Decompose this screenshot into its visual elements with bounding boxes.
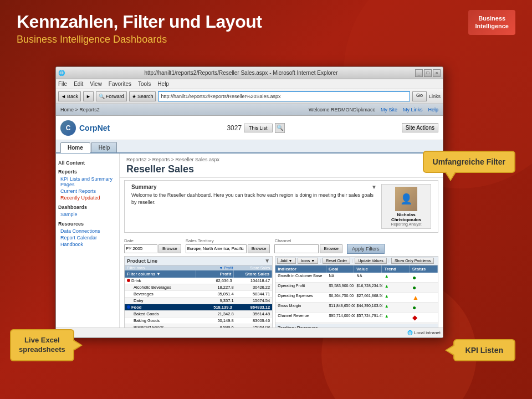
analyst-photo: 👤 xyxy=(395,187,417,211)
sidebar-report-calendar[interactable]: Report Calendar xyxy=(58,234,117,241)
title-area: Kennzahlen, Filter und Layout Business I… xyxy=(17,12,262,45)
territory-toolbar: Add ▼ Icons ▼ | Reset Order | Update Val… xyxy=(275,257,438,265)
territory-filter-input[interactable] xyxy=(186,244,247,253)
bi-badge-line1: Business xyxy=(475,14,509,22)
territory-col-headers: Indicator Goal Value Trend Status xyxy=(275,265,438,273)
product-table-expand[interactable]: ▼ xyxy=(264,258,270,264)
status-red: ◆ xyxy=(412,314,417,321)
territory-filter-label: Sales Territory xyxy=(186,238,270,243)
search-number: 3027 xyxy=(227,124,242,132)
add-button[interactable]: Add ▼ xyxy=(277,258,295,264)
date-filter-group: Date Browse xyxy=(124,238,181,253)
go-button[interactable]: Go xyxy=(412,91,427,101)
breadcrumb: Reports2 > Reports > Reseller Sales.aspx xyxy=(126,157,436,162)
status-green: ● xyxy=(412,304,416,311)
intranet-icon: 🌐 xyxy=(407,330,413,335)
back-button[interactable]: ◄ Back xyxy=(58,91,81,101)
links-button[interactable]: Links xyxy=(429,94,441,99)
channel-filter-group: Channel Browse xyxy=(274,238,342,253)
this-list-button[interactable]: This List xyxy=(244,124,273,132)
table-row: Beverages 35,051.4 58344.71 xyxy=(125,291,272,298)
status-orange: ▲ xyxy=(412,294,419,301)
product-table-title: Product Line xyxy=(127,258,262,264)
window-controls[interactable]: _ □ × xyxy=(415,69,441,77)
territory-table: Add ▼ Icons ▼ | Reset Order | Update Val… xyxy=(275,256,438,337)
menu-edit[interactable]: Edit xyxy=(74,81,83,87)
minimize-button[interactable]: _ xyxy=(415,69,423,77)
search-btn[interactable]: 🔍 Forward xyxy=(96,91,127,101)
sidebar-sample[interactable]: Sample xyxy=(58,211,117,218)
table-row: Baking Goods 50,149.8 83609.46 xyxy=(125,318,272,324)
filter-profit-btn[interactable]: ▼ Profit xyxy=(198,266,233,270)
analyst-name: Nicholas Christopoulos xyxy=(384,212,428,222)
col-store-sales-header: Store Sales xyxy=(234,270,272,278)
sidebar-all-content: All Content xyxy=(58,160,117,166)
table-row: Dairy 9,357.1 15674.54 xyxy=(125,298,272,304)
channel-filter-input[interactable] xyxy=(274,244,319,253)
date-filter-input[interactable] xyxy=(124,244,157,253)
t-col-goal: Goal xyxy=(326,265,354,273)
sidebar-current-reports[interactable]: Current Reports xyxy=(58,188,117,195)
main-content: All Content Reports KPI Lists and Summar… xyxy=(56,154,443,337)
filter-rows-label: Filter rows xyxy=(127,266,196,270)
browser-title: http://hanilt1/reports2/Reports/Reseller… xyxy=(67,70,415,76)
sidebar-recently-updated[interactable]: Recently Updated xyxy=(58,195,117,201)
channel-browse-button[interactable]: Browse xyxy=(320,244,342,253)
date-browse-button[interactable]: Browse xyxy=(158,244,181,253)
menu-view[interactable]: View xyxy=(90,81,102,87)
status-green: ● xyxy=(412,274,416,282)
search-submit-button[interactable]: 🔍 xyxy=(275,123,285,133)
tab-home[interactable]: Home xyxy=(60,142,90,153)
corpnet-header: C CorpNet 3027 This List 🔍 Site Actions xyxy=(56,116,443,140)
update-values-button[interactable]: Update Values xyxy=(355,258,386,264)
page-title: Reseller Sales xyxy=(126,163,436,175)
mylinks-link[interactable]: My Links xyxy=(403,107,423,112)
territory-row: Operating Expenses $6,264,750.00 $27,661… xyxy=(275,293,438,303)
browser-menubar: File Edit View Favorites Tools Help xyxy=(56,79,443,89)
menu-file[interactable]: File xyxy=(58,81,67,87)
callout-excel: Live Excelspreadsheets xyxy=(10,329,74,361)
sidebar-kpi-lists[interactable]: KPI Lists and Summary Pages xyxy=(58,176,117,188)
product-table: Product Line ▼ Filter rows ▼ Profit Stor… xyxy=(124,256,273,337)
page-header: Reports2 > Reports > Reseller Sales.aspx… xyxy=(120,154,443,178)
reset-order-button[interactable]: Reset Order xyxy=(323,258,350,264)
territory-browse-button[interactable]: Browse xyxy=(248,244,270,253)
corpnet-icon: C xyxy=(60,120,76,136)
sidebar-handbook[interactable]: Handbook xyxy=(58,241,117,248)
nav-path: Home > Reports2 xyxy=(60,107,100,112)
favorites-btn[interactable]: ★ Search xyxy=(129,91,156,101)
date-filter-label: Date xyxy=(124,238,181,243)
sp-nav-bar: Home > Reports2 Welcome REDMOND\pkmacc M… xyxy=(56,104,443,116)
t-col-indicator: Indicator xyxy=(275,265,326,273)
menu-help[interactable]: Help xyxy=(157,81,169,87)
welcome-text: Welcome REDMOND\pkmacc xyxy=(309,107,375,112)
show-problems-button[interactable]: Show Only Problems xyxy=(391,258,434,264)
col-filter-btn[interactable]: Filter columns ▼ xyxy=(125,270,196,278)
tab-help[interactable]: Help xyxy=(91,142,117,152)
mysite-link[interactable]: My Site xyxy=(381,107,397,112)
status-bar: 🌐 Local intranet xyxy=(56,328,443,337)
address-text: http://hanilt1/reports2/Reports/Reseller… xyxy=(161,94,280,99)
table-row: Baked Goods 21,342.8 35614.48 xyxy=(125,311,272,318)
trend-up-icon: ▲ xyxy=(385,294,389,299)
forward-button[interactable]: ► xyxy=(83,91,94,101)
sidebar-data-connections[interactable]: Data Connections xyxy=(58,228,117,234)
close-button[interactable]: × xyxy=(433,69,441,77)
header-search: 3027 This List 🔍 xyxy=(114,123,397,133)
tables-area: Product Line ▼ Filter rows ▼ Profit Stor… xyxy=(120,256,443,337)
corpnet-name: CorpNet xyxy=(79,124,110,132)
apply-filters-button[interactable]: Apply Filters xyxy=(347,244,385,254)
icons-button[interactable]: Icons ▼ xyxy=(298,258,319,264)
menu-favorites[interactable]: Favorites xyxy=(109,81,131,87)
site-actions-btn[interactable]: Site Actions xyxy=(402,123,438,132)
summary-expand[interactable]: ▼ xyxy=(371,184,377,190)
analyst-role: Reporting Analyst xyxy=(384,222,428,226)
search-box-area: 3027 This List 🔍 xyxy=(227,123,284,133)
address-bar[interactable]: http://hanilt1/reports2/Reports/Reseller… xyxy=(158,91,410,101)
menu-tools[interactable]: Tools xyxy=(138,81,151,87)
maximize-button[interactable]: □ xyxy=(424,69,432,77)
channel-filter-input-row: Browse xyxy=(274,244,342,253)
nav-right: Welcome REDMOND\pkmacc My Site My Links … xyxy=(309,107,438,112)
help-link[interactable]: Help xyxy=(428,107,438,112)
status-dot xyxy=(127,279,130,282)
